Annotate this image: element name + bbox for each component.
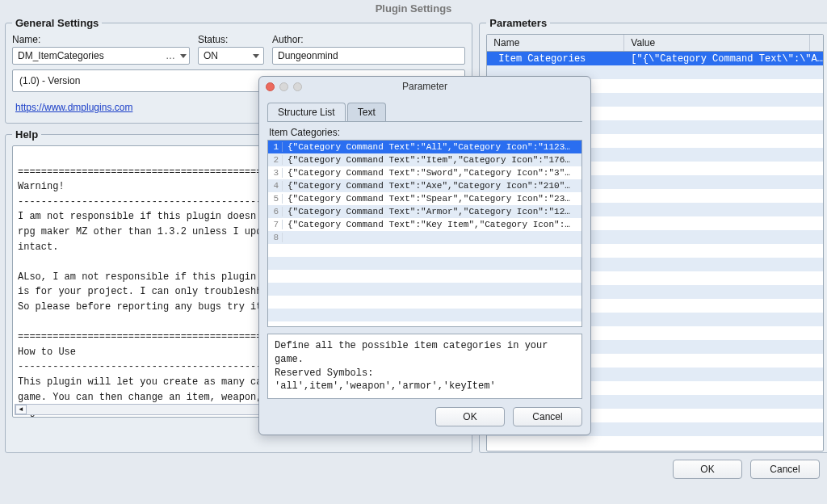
col-spacer xyxy=(810,35,823,51)
status-value: ON xyxy=(204,50,218,61)
structure-list-row[interactable] xyxy=(268,257,581,270)
name-label: Name: xyxy=(12,34,190,45)
structure-list-row[interactable] xyxy=(268,270,581,283)
structure-list-row[interactable] xyxy=(268,309,581,321)
row-text: {"Category Command Text":"Item","Categor… xyxy=(283,155,581,165)
structure-list[interactable]: 1{"Category Command Text":"All","Categor… xyxy=(267,140,582,327)
dialog-titlebar[interactable]: Parameter xyxy=(259,77,590,96)
general-settings-legend: General Settings xyxy=(12,17,102,29)
row-text: {"Category Command Text":"All","Category… xyxy=(283,142,581,152)
param-value: ["{\"Category Command Text\":\"A… xyxy=(624,53,823,65)
dialog-cancel-button[interactable]: Cancel xyxy=(513,407,582,426)
parameter-row-empty[interactable] xyxy=(487,436,823,450)
help-legend: Help xyxy=(12,128,41,141)
tab-structure-list[interactable]: Structure List xyxy=(267,103,346,121)
plugin-name-value: DM_ItemCategories xyxy=(18,50,104,61)
row-number: 5 xyxy=(268,194,283,204)
param-name: Item Categories xyxy=(487,53,624,65)
row-number: 2 xyxy=(268,155,283,165)
structure-list-row[interactable]: 4{"Category Command Text":"Axe","Categor… xyxy=(268,179,581,192)
parameter-dialog: Parameter Structure List Text Item Categ… xyxy=(258,76,591,435)
author-value: Dungeonmind xyxy=(278,50,338,61)
row-text: {"Category Command Text":"Key Item","Cat… xyxy=(283,220,581,229)
version-text: (1.0) - Version xyxy=(19,75,80,86)
row-number: 4 xyxy=(268,181,283,191)
structure-list-row[interactable] xyxy=(268,244,581,257)
author-label: Author: xyxy=(272,34,465,45)
ellipsis-icon: … xyxy=(166,50,175,61)
status-dropdown[interactable]: ON xyxy=(198,47,264,65)
parameter-row[interactable]: Item Categories ["{\"Category Command Te… xyxy=(487,52,823,65)
structure-list-row[interactable]: 2{"Category Command Text":"Item","Catego… xyxy=(268,153,581,166)
parameters-legend: Parameters xyxy=(486,17,550,29)
chevron-down-icon xyxy=(253,54,259,58)
description-line-2: Reserved Symbols: 'all',item','weapon','… xyxy=(275,367,575,394)
author-field: Dungeonmind xyxy=(272,47,465,65)
row-text: {"Category Command Text":"Armor","Catego… xyxy=(283,207,581,216)
row-number: 3 xyxy=(268,168,283,178)
chevron-down-icon xyxy=(180,54,187,58)
row-number: 1 xyxy=(268,142,283,152)
dialog-ok-button[interactable]: OK xyxy=(435,407,505,426)
status-label: Status: xyxy=(198,34,264,45)
structure-list-row[interactable]: 7{"Category Command Text":"Key Item","Ca… xyxy=(268,218,581,231)
plugin-url-link[interactable]: https://www.dmplugins.com xyxy=(15,102,132,113)
window-title: Plugin Settings xyxy=(0,0,827,17)
structure-list-row[interactable]: 5{"Category Command Text":"Spear","Categ… xyxy=(268,192,581,205)
list-label: Item Categories: xyxy=(269,127,582,138)
minimize-icon xyxy=(279,82,288,91)
description-line-1: Define all the possible item categories … xyxy=(275,339,575,367)
zoom-icon xyxy=(293,82,302,91)
parameters-header: Name Value xyxy=(487,35,823,52)
structure-list-row[interactable]: 3{"Category Command Text":"Sword","Categ… xyxy=(268,166,581,179)
row-number: 8 xyxy=(268,233,283,242)
row-text: {"Category Command Text":"Spear","Catego… xyxy=(283,194,581,204)
ok-button[interactable]: OK xyxy=(673,460,742,479)
row-number: 6 xyxy=(268,207,283,216)
tab-text[interactable]: Text xyxy=(347,103,386,121)
structure-list-row[interactable] xyxy=(268,296,581,309)
col-name[interactable]: Name xyxy=(487,35,624,51)
row-text: {"Category Command Text":"Sword","Catego… xyxy=(283,168,581,178)
row-text: {"Category Command Text":"Axe","Category… xyxy=(283,181,581,191)
parameter-description: Define all the possible item categories … xyxy=(267,334,582,399)
dialog-tabs: Structure List Text xyxy=(267,103,582,122)
scroll-left-icon[interactable]: ◄ xyxy=(15,405,27,414)
col-value[interactable]: Value xyxy=(624,35,810,51)
cancel-button[interactable]: Cancel xyxy=(750,460,820,479)
structure-list-row[interactable]: 6{"Category Command Text":"Armor","Categ… xyxy=(268,205,581,218)
structure-list-row[interactable] xyxy=(268,283,581,296)
structure-list-row[interactable]: 8 xyxy=(268,231,581,244)
row-number: 7 xyxy=(268,220,283,229)
structure-list-row[interactable]: 1{"Category Command Text":"All","Categor… xyxy=(268,141,581,153)
plugin-name-dropdown[interactable]: DM_ItemCategories … xyxy=(12,47,190,65)
close-icon[interactable] xyxy=(266,82,275,91)
dialog-title: Parameter xyxy=(266,81,584,92)
